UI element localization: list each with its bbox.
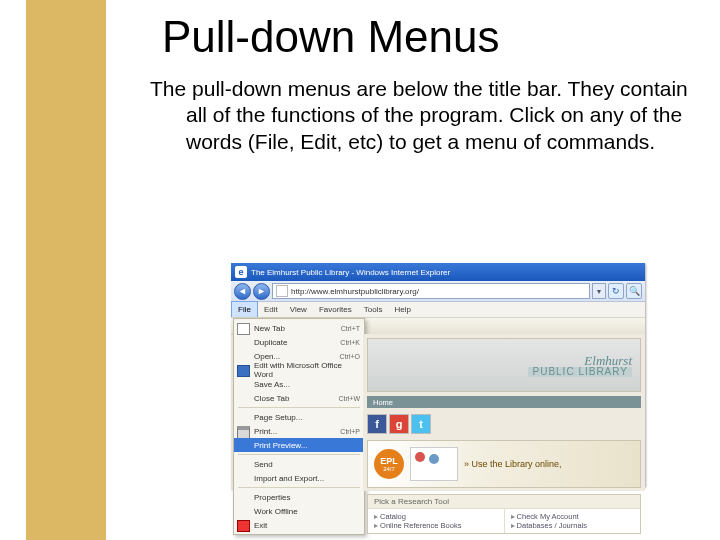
epl-badge: EPL 24/7 [374, 449, 404, 479]
menu-item-shortcut: Ctrl+T [341, 325, 360, 332]
slide-description: The pull-down menus are below the title … [150, 76, 690, 155]
promo-banner[interactable]: EPL 24/7 » Use the Library online, [367, 440, 641, 488]
client-area: New TabCtrl+TDuplicateCtrl+KOpen...Ctrl+… [231, 318, 645, 491]
menu-item[interactable]: Print...Ctrl+P [234, 424, 364, 438]
refresh-button[interactable]: ↻ [608, 283, 624, 299]
menu-item-label: Close Tab [254, 394, 289, 403]
address-dropdown-button[interactable]: ▾ [592, 283, 606, 299]
word-icon [237, 365, 250, 377]
window-favicon: e [235, 266, 247, 278]
menu-item[interactable]: Work Offline [234, 504, 364, 518]
research-col-1: Catalog Online Reference Books [368, 509, 504, 533]
menu-item[interactable]: Edit with Microsoft Office Word [234, 363, 364, 377]
menu-item[interactable]: Page Setup... [234, 410, 364, 424]
slide-content: Pull-down Menus The pull-down menus are … [140, 12, 690, 165]
menu-favorites[interactable]: Favorites [313, 302, 358, 317]
menu-tools[interactable]: Tools [358, 302, 389, 317]
window-title-bar: e The Elmhurst Public Library - Windows … [231, 263, 645, 281]
address-toolbar: ◄ ► http://www.elmhurstpubliclibrary.org… [231, 281, 645, 302]
menu-item[interactable]: Import and Export... [234, 471, 364, 485]
menu-item-shortcut: Ctrl+P [340, 428, 360, 435]
webpage-area: Elmhurst PUBLIC LIBRARY Home f g t EPL 2… [363, 334, 645, 491]
twitter-icon[interactable]: t [411, 414, 431, 434]
epl-badge-top: EPL [380, 457, 398, 466]
menu-item[interactable]: DuplicateCtrl+K [234, 335, 364, 349]
menu-item[interactable]: Print Preview... [234, 438, 364, 452]
logo-line-2: PUBLIC LIBRARY [528, 367, 632, 377]
tab-icon [237, 323, 250, 335]
menu-item[interactable]: Exit [234, 518, 364, 532]
menu-item-label: New Tab [254, 324, 285, 333]
nav-home[interactable]: Home [373, 398, 393, 407]
address-url: http://www.elmhurstpubliclibrary.org/ [291, 287, 419, 296]
file-menu-dropdown: New TabCtrl+TDuplicateCtrl+KOpen...Ctrl+… [233, 318, 365, 535]
menu-item-label: Import and Export... [254, 474, 324, 483]
menu-item[interactable]: Properties [234, 490, 364, 504]
menu-item[interactable]: Send [234, 457, 364, 471]
menu-item-label: Send [254, 460, 273, 469]
promo-text: » Use the Library online, [464, 459, 562, 469]
back-button[interactable]: ◄ [234, 283, 251, 300]
menu-item-shortcut: Ctrl+K [340, 339, 360, 346]
menu-item[interactable]: Close TabCtrl+W [234, 391, 364, 405]
menu-item-label: Page Setup... [254, 413, 302, 422]
research-heading: Pick a Research Tool [368, 495, 640, 509]
page-icon [276, 285, 288, 297]
menu-view[interactable]: View [284, 302, 313, 317]
epl-badge-bottom: 24/7 [383, 466, 395, 472]
menu-item[interactable]: New TabCtrl+T [234, 321, 364, 335]
browser-screenshot: e The Elmhurst Public Library - Windows … [231, 263, 645, 487]
exit-icon [237, 520, 250, 532]
search-button[interactable]: 🔍 [626, 283, 642, 299]
menu-item-label: Work Offline [254, 507, 298, 516]
research-link[interactable]: Check My Account [511, 512, 635, 521]
menu-bar: File Edit View Favorites Tools Help [231, 302, 645, 318]
research-link[interactable]: Online Reference Books [374, 521, 498, 530]
forward-button[interactable]: ► [253, 283, 270, 300]
menu-edit[interactable]: Edit [258, 302, 284, 317]
menu-item-label: Open... [254, 352, 280, 361]
menu-item-label: Exit [254, 521, 267, 530]
menu-item-shortcut: Ctrl+O [340, 353, 360, 360]
facebook-icon[interactable]: f [367, 414, 387, 434]
research-panel: Pick a Research Tool Catalog Online Refe… [367, 494, 641, 534]
site-logo: Elmhurst PUBLIC LIBRARY [528, 354, 632, 377]
research-link[interactable]: Databases / Journals [511, 521, 635, 530]
slide-title: Pull-down Menus [162, 12, 690, 62]
google-icon[interactable]: g [389, 414, 409, 434]
menu-item-shortcut: Ctrl+W [338, 395, 360, 402]
menu-file[interactable]: File [231, 301, 258, 317]
menu-item-label: Duplicate [254, 338, 287, 347]
accent-band [26, 0, 106, 540]
menu-item-label: Print Preview... [254, 441, 307, 450]
site-nav[interactable]: Home [367, 396, 641, 408]
logo-line-1: Elmhurst [528, 354, 632, 367]
menu-item[interactable]: Save As... [234, 377, 364, 391]
research-col-2: Check My Account Databases / Journals [504, 509, 641, 533]
window-title-text: The Elmhurst Public Library - Windows In… [251, 268, 641, 277]
social-row: f g t [367, 414, 641, 434]
site-banner: Elmhurst PUBLIC LIBRARY [367, 338, 641, 392]
menu-item-label: Properties [254, 493, 290, 502]
promo-image [410, 447, 458, 481]
address-bar[interactable]: http://www.elmhurstpubliclibrary.org/ [272, 283, 590, 299]
research-link[interactable]: Catalog [374, 512, 498, 521]
menu-help[interactable]: Help [388, 302, 416, 317]
menu-item-label: Print... [254, 427, 277, 436]
menu-item-label: Save As... [254, 380, 290, 389]
